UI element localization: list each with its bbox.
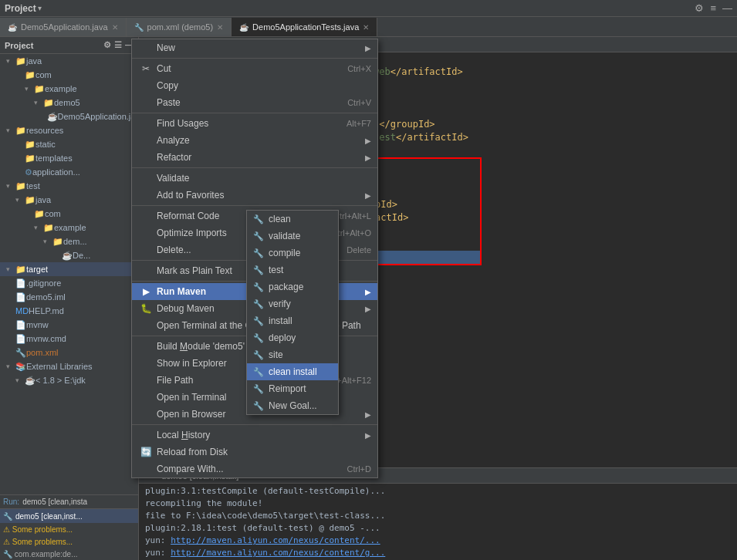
- close-tab-icon[interactable]: ✕: [112, 23, 118, 32]
- console-link[interactable]: http://maven.aliyun.com/nexus/content/..…: [171, 535, 380, 545]
- tree-item-mvnw[interactable]: 📄 mvnw: [0, 318, 138, 332]
- folder-icon: 📁: [15, 126, 26, 136]
- tree-item-help[interactable]: MD HELP.md: [0, 304, 138, 318]
- menu-reload[interactable]: 🔄 Reload from Disk: [132, 444, 377, 460]
- tree-arrow: [52, 251, 60, 259]
- tab-demo5applicationtests[interactable]: ☕ Demo5ApplicationTests.java ✕: [232, 18, 377, 36]
- maven-icon: 🔧: [253, 299, 264, 309]
- menu-compare-with[interactable]: Compare With... Ctrl+D: [132, 460, 377, 477]
- menu-analyze[interactable]: Analyze ▶: [132, 132, 377, 149]
- maven-new-goal[interactable]: 🔧 New Goal...: [247, 397, 338, 414]
- xml-icon: 🔧: [134, 23, 144, 32]
- tree-item-target[interactable]: ▾ 📁 target: [0, 262, 138, 276]
- maven-clean[interactable]: 🔧 clean: [247, 211, 338, 228]
- console-link-line1: yun: http://maven.aliyun.com/nexus/conte…: [145, 535, 731, 547]
- menu-label: Find Usages: [157, 118, 208, 129]
- folder-icon: 📁: [43, 223, 54, 233]
- tree-item-test-java[interactable]: ▾ 📁 java: [0, 193, 138, 207]
- shortcut-label: Ctrl+V: [347, 98, 371, 107]
- maven-site[interactable]: 🔧 site: [247, 346, 338, 363]
- xml-tag: </artifactId>: [390, 66, 463, 77]
- maven-install[interactable]: 🔧 install: [247, 312, 338, 329]
- shortcut-label: Ctrl+X: [347, 64, 371, 73]
- maven-icon: 🔧: [253, 384, 264, 394]
- tree-container: ▾ 📁 java 📁 com ▾ 📁 example ▾ 📁 demo5: [0, 54, 138, 560]
- maven-submenu: 🔧 clean 🔧 validate 🔧 compile 🔧 test 🔧 pa…: [246, 210, 339, 415]
- tree-item-jdk[interactable]: ▾ ☕ < 1.8 > E:\jdk: [0, 373, 138, 387]
- menu-label: Analyze: [157, 135, 190, 146]
- run-bar: Run: demo5 [clean,insta: [0, 495, 138, 509]
- submenu-arrow-icon: ▶: [365, 305, 371, 313]
- tree-item-example[interactable]: ▾ 📁 example: [0, 82, 138, 96]
- menu-local-history[interactable]: Local History ▶: [132, 427, 377, 444]
- tree-item-external-libs[interactable]: ▾ 📚 External Libraries: [0, 359, 138, 373]
- dropdown-icon[interactable]: ▾: [38, 4, 42, 12]
- maven-compile[interactable]: 🔧 compile: [247, 245, 338, 261]
- menu-find-usages[interactable]: Find Usages Alt+F7: [132, 115, 377, 132]
- maven-run-item[interactable]: 🔧 demo5 [clean,inst...: [0, 509, 138, 523]
- tree-item-test-com[interactable]: 📁 com: [0, 207, 138, 221]
- tab-demo5application[interactable]: ☕ Demo5Application.java ✕: [0, 18, 127, 36]
- tree-item-test[interactable]: ▾ 📁 test: [0, 179, 138, 193]
- menu-new[interactable]: New ▶: [132, 39, 377, 56]
- maven-verify[interactable]: 🔧 verify: [247, 295, 338, 312]
- tree-arrow: ▾: [15, 376, 23, 384]
- menu-refactor[interactable]: Refactor ▶: [132, 149, 377, 166]
- menu-label: New: [157, 42, 175, 53]
- console-link[interactable]: http://maven.aliyun.com/nexus/content/g.…: [171, 548, 385, 558]
- tree-label: < 1.8 > E:\jdk: [35, 376, 86, 385]
- menu-validate[interactable]: Validate: [132, 170, 377, 187]
- maven-validate[interactable]: 🔧 validate: [247, 228, 338, 245]
- maven-reimport[interactable]: 🔧 Reimport: [247, 380, 338, 397]
- problem-item3: 🔧 com.example:de...: [0, 548, 138, 560]
- maven-clean-install[interactable]: 🔧 clean install: [247, 363, 338, 380]
- close-tab-icon[interactable]: ✕: [217, 23, 223, 32]
- tree-label: static: [35, 140, 56, 149]
- tree-arrow: [15, 140, 23, 148]
- tree-item-application[interactable]: ⚙ application...: [0, 165, 138, 179]
- tree-arrow: ▾: [34, 99, 42, 106]
- tree-item-com[interactable]: 📁 com: [0, 68, 138, 82]
- tree-item-java[interactable]: ▾ 📁 java: [0, 54, 138, 68]
- sidebar-icon1[interactable]: ⚙: [103, 40, 111, 50]
- menu-label: Paste: [157, 97, 181, 108]
- sidebar-icon2[interactable]: ☰: [114, 40, 122, 50]
- folder-icon: 📁: [25, 153, 35, 164]
- project-label[interactable]: Project: [5, 3, 36, 14]
- tree-item-test-dem[interactable]: ▾ 📁 dem...: [0, 234, 138, 248]
- tree-item-gitignore[interactable]: 📄 .gitignore: [0, 276, 138, 290]
- menu-cut[interactable]: ✂ Cut Ctrl+X: [132, 60, 377, 77]
- submenu-label: compile: [269, 248, 300, 258]
- submenu-arrow-icon: ▶: [365, 288, 371, 296]
- maven-test[interactable]: 🔧 test: [247, 261, 338, 278]
- folder-icon: 📁: [25, 195, 35, 205]
- close-tab-icon[interactable]: ✕: [363, 23, 369, 32]
- maven-deploy[interactable]: 🔧 deploy: [247, 329, 338, 346]
- minimize-icon[interactable]: —: [722, 2, 732, 14]
- menu-paste[interactable]: Paste Ctrl+V: [132, 94, 377, 111]
- tree-item-resources[interactable]: ▾ 📁 resources: [0, 123, 138, 137]
- tree-item-test-example[interactable]: ▾ 📁 example: [0, 221, 138, 234]
- tree-item-demo5[interactable]: ▾ 📁 demo5: [0, 96, 138, 110]
- tree-label: java: [26, 56, 42, 66]
- layout-icon[interactable]: ≡: [710, 2, 716, 14]
- tree-item-iml[interactable]: 📄 demo5.iml: [0, 290, 138, 304]
- tree-arrow: ▾: [34, 224, 42, 231]
- console-line: recompiling the module!: [145, 498, 731, 510]
- tab-pomxml[interactable]: 🔧 pom.xml (demo5) ✕: [127, 18, 232, 36]
- tree-item-test-de[interactable]: ☕ De...: [0, 248, 138, 262]
- tree-item-pomxml[interactable]: 🔧 pom.xml: [0, 346, 138, 359]
- run-tab-label[interactable]: demo5 [clean,insta: [22, 498, 87, 506]
- tree-item-templates[interactable]: 📁 templates: [0, 151, 138, 165]
- tree-item-static[interactable]: 📁 static: [0, 137, 138, 151]
- submenu-label: New Goal...: [269, 400, 317, 411]
- maven-package[interactable]: 🔧 package: [247, 278, 338, 295]
- menu-copy[interactable]: Copy: [132, 77, 377, 94]
- tree-item-mvnwcmd[interactable]: 📄 mvnw.cmd: [0, 332, 138, 346]
- tree-label: External Libraries: [26, 362, 93, 371]
- tree-arrow: ▾: [15, 196, 23, 204]
- tree-arrow: [15, 154, 23, 162]
- menu-add-favorites[interactable]: Add to Favorites ▶: [132, 187, 377, 204]
- tree-item-demo5app[interactable]: ☕ Demo5Application.java: [0, 110, 138, 123]
- settings-icon[interactable]: ⚙: [695, 2, 704, 14]
